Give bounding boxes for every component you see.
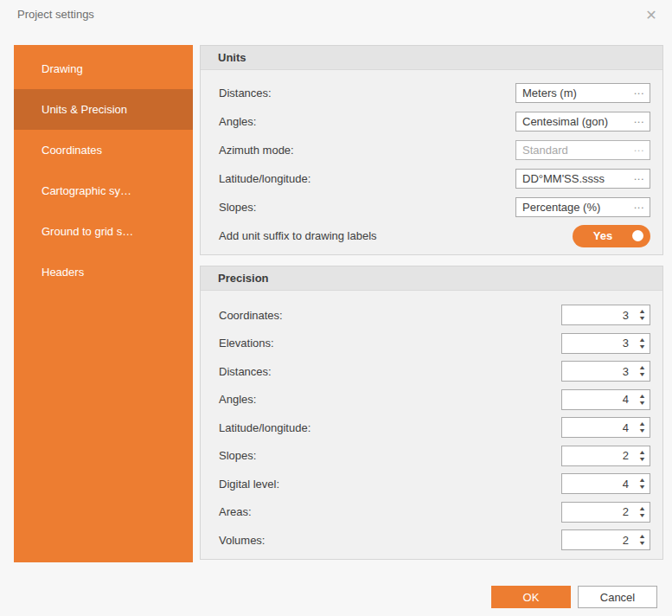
ellipsis-icon[interactable]: ...: [634, 202, 644, 207]
unit-suffix-toggle[interactable]: Yes: [573, 225, 650, 247]
distances-dropdown[interactable]: Meters (m) ...: [515, 83, 650, 103]
digital-level-precision-row: Digital level: 4 ▲▼: [219, 470, 650, 498]
settings-sidebar: Drawing Units & Precision Coordinates Ca…: [14, 45, 193, 562]
spin-down-icon[interactable]: ▼: [638, 343, 646, 350]
sidebar-item-ground-to-grid[interactable]: Ground to grid s…: [14, 211, 193, 252]
slopes-precision-label: Slopes:: [219, 449, 256, 462]
angles-label: Angles:: [219, 115, 256, 128]
units-panel-body: Distances: Meters (m) ... Angles: Centes…: [201, 70, 662, 250]
latitude-longitude-spinner-value: 4: [562, 421, 635, 434]
angles-spinner-value: 4: [562, 393, 635, 406]
latitude-longitude-spinner[interactable]: 4 ▲▼: [561, 417, 650, 438]
spin-up-icon[interactable]: ▲: [638, 505, 646, 512]
digital-level-spinner-value: 4: [562, 478, 635, 491]
slopes-value: Percentage (%): [522, 201, 600, 214]
toggle-knob: [632, 230, 643, 241]
spin-down-icon[interactable]: ▼: [638, 512, 646, 519]
spinner-arrows: ▲▼: [635, 362, 650, 381]
unit-suffix-label: Add unit suffix to drawing labels: [219, 229, 377, 242]
elevations-precision-label: Elevations:: [219, 337, 274, 350]
dialog-title: Project settings: [17, 8, 94, 21]
azimuth-mode-row: Azimuth mode: Standard ...: [219, 136, 650, 164]
spin-down-icon[interactable]: ▼: [638, 484, 646, 491]
latitude-longitude-dropdown[interactable]: DD°MM'SS.ssss ...: [515, 169, 650, 189]
spin-up-icon[interactable]: ▲: [638, 449, 646, 456]
slopes-row: Slopes: Percentage (%) ...: [219, 193, 650, 221]
spin-up-icon[interactable]: ▲: [638, 364, 646, 371]
elevations-precision-row: Elevations: 3 ▲▼: [219, 330, 650, 358]
project-settings-dialog: Project settings ✕ Drawing Units & Preci…: [0, 0, 672, 616]
spin-down-icon[interactable]: ▼: [638, 456, 646, 463]
ellipsis-icon[interactable]: ...: [634, 88, 644, 93]
azimuth-mode-value: Standard: [522, 144, 568, 157]
spin-down-icon[interactable]: ▼: [638, 371, 646, 378]
spinner-arrows: ▲▼: [635, 334, 650, 353]
ok-button[interactable]: OK: [491, 586, 571, 608]
slopes-label: Slopes:: [219, 201, 256, 214]
spinner-arrows: ▲▼: [635, 305, 650, 324]
latitude-longitude-value: DD°MM'SS.ssss: [522, 172, 605, 185]
toggle-state-label: Yes: [593, 229, 612, 242]
spinner-arrows: ▲▼: [635, 390, 650, 409]
latitude-longitude-label: Latitude/longitude:: [219, 172, 310, 185]
coordinates-precision-row: Coordinates: 3 ▲▼: [219, 301, 650, 330]
elevations-spinner[interactable]: 3 ▲▼: [561, 333, 650, 354]
latitude-longitude-precision-row: Latitude/longitude: 4 ▲▼: [219, 414, 650, 442]
spin-up-icon[interactable]: ▲: [638, 477, 646, 484]
spin-down-icon[interactable]: ▼: [638, 427, 646, 434]
elevations-spinner-value: 3: [562, 337, 635, 350]
angles-row: Angles: Centesimal (gon) ...: [219, 107, 650, 136]
latitude-longitude-precision-label: Latitude/longitude:: [219, 421, 310, 434]
volumes-spinner[interactable]: 2 ▲▼: [561, 529, 650, 550]
angles-spinner[interactable]: 4 ▲▼: [561, 389, 650, 410]
slopes-spinner[interactable]: 2 ▲▼: [561, 446, 650, 466]
spin-down-icon[interactable]: ▼: [638, 315, 646, 322]
latitude-longitude-row: Latitude/longitude: DD°MM'SS.ssss ...: [219, 164, 650, 193]
spin-up-icon[interactable]: ▲: [638, 308, 646, 315]
angles-value: Centesimal (gon): [522, 115, 608, 128]
areas-precision-label: Areas:: [219, 505, 252, 518]
slopes-dropdown[interactable]: Percentage (%) ...: [515, 197, 650, 217]
sidebar-item-headers[interactable]: Headers: [14, 252, 193, 292]
slopes-precision-row: Slopes: 2 ▲▼: [219, 442, 650, 471]
coordinates-spinner[interactable]: 3 ▲▼: [561, 305, 650, 325]
distances-row: Distances: Meters (m) ...: [219, 79, 650, 107]
spinner-arrows: ▲▼: [635, 474, 650, 493]
sidebar-item-coordinates[interactable]: Coordinates: [14, 130, 193, 170]
volumes-precision-row: Volumes: 2 ▲▼: [219, 526, 650, 555]
ellipsis-icon[interactable]: ...: [634, 117, 644, 121]
distances-spinner[interactable]: 3 ▲▼: [561, 361, 650, 382]
cancel-button[interactable]: Cancel: [578, 586, 657, 608]
sidebar-item-drawing[interactable]: Drawing: [14, 48, 193, 89]
close-icon[interactable]: ✕: [641, 4, 662, 25]
sidebar-item-units-precision[interactable]: Units & Precision: [14, 89, 193, 130]
settings-content: Units Distances: Meters (m) ... Angles: …: [200, 45, 663, 560]
spinner-arrows: ▲▼: [635, 418, 650, 437]
spinner-arrows: ▲▼: [635, 530, 650, 549]
distances-label: Distances:: [219, 87, 272, 99]
spin-up-icon[interactable]: ▲: [638, 420, 646, 427]
slopes-spinner-value: 2: [562, 449, 635, 462]
digital-level-spinner[interactable]: 4 ▲▼: [561, 473, 650, 494]
sidebar-item-cartographic-system[interactable]: Cartographic sy…: [14, 170, 193, 211]
spin-up-icon[interactable]: ▲: [638, 393, 646, 400]
spin-down-icon[interactable]: ▼: [638, 540, 646, 547]
angles-dropdown[interactable]: Centesimal (gon) ...: [515, 112, 650, 132]
spin-up-icon[interactable]: ▲: [638, 533, 646, 540]
distances-value: Meters (m): [522, 87, 577, 99]
precision-panel-body: Coordinates: 3 ▲▼ Elevations: 3 ▲▼ Dista…: [201, 291, 662, 555]
areas-spinner[interactable]: 2 ▲▼: [561, 502, 650, 523]
units-panel: Units Distances: Meters (m) ... Angles: …: [200, 45, 663, 255]
coordinates-spinner-value: 3: [562, 309, 635, 322]
distances-precision-row: Distances: 3 ▲▼: [219, 357, 650, 386]
ellipsis-icon[interactable]: ...: [634, 174, 644, 178]
ellipsis-icon: ...: [634, 145, 644, 150]
spin-up-icon[interactable]: ▲: [638, 337, 646, 343]
areas-precision-row: Areas: 2 ▲▼: [219, 498, 650, 527]
spin-down-icon[interactable]: ▼: [638, 400, 646, 407]
precision-panel: Precision Coordinates: 3 ▲▼ Elevations: …: [200, 266, 663, 560]
units-panel-header: Units: [201, 46, 662, 70]
angles-precision-label: Angles:: [219, 393, 256, 406]
distances-spinner-value: 3: [562, 365, 635, 378]
angles-precision-row: Angles: 4 ▲▼: [219, 386, 650, 414]
